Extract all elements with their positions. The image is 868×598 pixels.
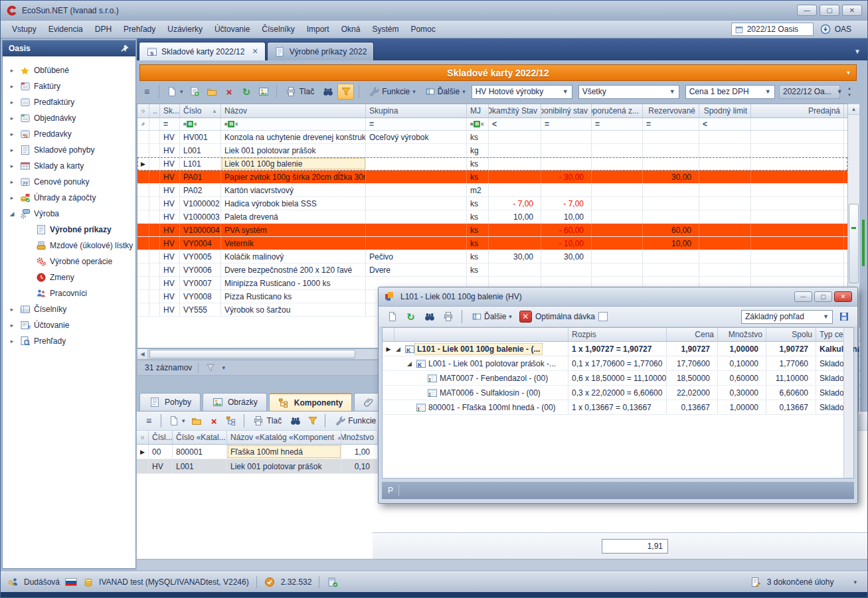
cell[interactable]: - 60,00 <box>541 224 592 236</box>
column-header[interactable]: MJ <box>467 104 489 117</box>
popup-scrollbar[interactable] <box>843 328 853 478</box>
tree-expander-icon[interactable]: ▸ <box>8 83 16 90</box>
stock-card-row[interactable]: HVVY0006Dvere bezpečnostné 200 x 120 ľav… <box>137 263 847 277</box>
document-tab[interactable]: SSkladové karty 2022/12✕ <box>139 42 266 60</box>
filter-cell[interactable]: = <box>366 118 467 130</box>
view-combo[interactable]: Základný pohľad▼ <box>741 310 833 324</box>
rozpis-cell[interactable]: 1 x 1,90727 = 1,90727 <box>568 342 667 356</box>
typ-cell[interactable]: Kalkulačná <box>816 342 860 356</box>
cell[interactable]: Pečivo <box>366 250 467 263</box>
sidebar-item[interactable]: ▸Faktúry <box>3 78 135 94</box>
calculation-row[interactable]: ◢KL001 - Liek 001 polotovar prášok -...0… <box>383 356 853 371</box>
spolu-cell[interactable]: 6,60600 <box>766 386 816 400</box>
cell[interactable] <box>366 144 467 157</box>
detail-tab-komponenty[interactable]: Komponenty <box>269 393 352 411</box>
column-header[interactable]: Názov <box>221 104 366 117</box>
period-input[interactable]: 2022/12 Oasis <box>731 23 814 36</box>
image-button[interactable] <box>256 84 272 100</box>
cell[interactable] <box>489 184 541 196</box>
cena-cell[interactable]: 17,70600 <box>667 356 718 370</box>
column-header[interactable]: Spolu <box>766 328 816 341</box>
cell[interactable] <box>541 184 592 196</box>
cell[interactable]: HV <box>160 290 180 303</box>
cell[interactable]: kg <box>467 144 489 157</box>
cell[interactable] <box>541 263 592 276</box>
tree-cell[interactable]: MAT0007 - Fenbendazol - (00) <box>394 371 568 385</box>
column-header[interactable]: Cena <box>667 328 718 341</box>
cell[interactable] <box>592 144 643 157</box>
popup-cancel-button[interactable]: ✕ <box>519 311 532 323</box>
cell[interactable]: VY555 <box>180 303 221 316</box>
cell[interactable]: L101 <box>180 157 221 170</box>
cell[interactable]: - 7,00 <box>541 197 592 210</box>
cell[interactable]: VY0008 <box>180 290 221 303</box>
cell[interactable] <box>699 131 751 143</box>
popup-minimize-button[interactable]: — <box>794 291 812 302</box>
cell[interactable]: Výrobok so šaržou <box>221 303 366 316</box>
cell[interactable]: 30,00 <box>541 250 592 263</box>
cell[interactable]: VY0006 <box>180 263 221 276</box>
cell[interactable]: Kartón viacvrstvový <box>221 184 366 196</box>
sidebar-item[interactable]: ▸Objednávky <box>3 110 135 126</box>
sidebar-item[interactable]: Zmeny <box>3 269 135 285</box>
stock-card-row[interactable]: HVVY0005Koláčik malinovýPečivoks30,0030,… <box>137 250 847 263</box>
cell[interactable]: ks <box>467 237 489 250</box>
cell[interactable]: m2 <box>467 184 489 196</box>
cell[interactable] <box>366 210 467 223</box>
column-header[interactable]: Skupina <box>366 104 467 117</box>
menu-item-evidencia[interactable]: Evidencia <box>43 22 89 37</box>
detail-tab-obrázky[interactable]: Obrázky <box>203 393 267 411</box>
component-row[interactable]: HVL001Liek 001 polotovar prášok0,10 <box>137 459 379 474</box>
cell[interactable]: ks <box>467 210 489 223</box>
hscrollbar-thumb[interactable] <box>149 350 355 358</box>
cell[interactable]: Liek 001 polotovar prášok <box>227 459 341 473</box>
layout-split-icon[interactable]: ▲▼ <box>842 84 857 100</box>
filter-cell[interactable]: < <box>699 118 751 130</box>
tree-expander-icon[interactable]: ▸ <box>8 67 16 74</box>
cell[interactable]: HV <box>160 184 180 196</box>
column-header[interactable]: Množstvo <box>341 431 378 444</box>
menu-item-systém[interactable]: Systém <box>366 22 404 37</box>
cell[interactable]: Veterník <box>221 237 366 250</box>
calculation-row[interactable]: ▶◢KL101 - Liek 001 100g balenie - (...1 … <box>383 342 853 356</box>
components-delete-button[interactable]: × <box>207 413 222 429</box>
filter-cell[interactable]: aBc <box>180 118 221 130</box>
cell[interactable]: V1000002 <box>180 197 221 210</box>
cell[interactable] <box>366 197 467 210</box>
column-header[interactable]: Číslo «Katal... <box>173 431 227 444</box>
cell[interactable] <box>751 250 844 263</box>
cell[interactable]: PVA systém <box>221 224 366 236</box>
cell[interactable] <box>699 237 751 250</box>
tree-expander-icon[interactable]: ▸ <box>8 147 16 153</box>
delete-record-button[interactable]: × <box>222 84 237 100</box>
cell[interactable]: PA01 <box>180 171 221 183</box>
cell[interactable] <box>541 144 592 157</box>
column-header[interactable]: Typ ceny <box>816 328 860 341</box>
cell[interactable]: ks <box>467 224 489 236</box>
components-new-button[interactable]: ▾ <box>166 413 187 429</box>
tasks-dropdown-icon[interactable]: ▾ <box>853 579 857 585</box>
filter-cell[interactable]: < <box>489 118 541 130</box>
cell[interactable] <box>699 250 751 263</box>
filter-cell[interactable]: = <box>643 118 699 130</box>
tree-expander-icon[interactable]: ▸ <box>8 338 16 344</box>
pin-icon[interactable] <box>120 44 130 53</box>
calculation-row[interactable]: 800001 - Fľaška 100ml hnedá - (00)1 x 0,… <box>383 400 853 415</box>
cell[interactable] <box>366 184 467 196</box>
stock-card-row[interactable]: HVPA02Kartón viacvrstvovým2 <box>137 184 847 197</box>
cena-cell[interactable]: 1,90727 <box>667 342 718 356</box>
cell[interactable]: 10,00 <box>489 210 541 223</box>
rozpis-cell[interactable]: 0,1 x 17,70600 = 1,77060 <box>568 356 667 370</box>
cell[interactable] <box>592 157 643 170</box>
filter-cell[interactable]: = <box>160 118 180 130</box>
cell[interactable]: Konzola na uchytenie drevenej konštrukci… <box>221 131 366 143</box>
cell[interactable]: HV <box>160 237 180 250</box>
filter-button[interactable] <box>337 84 354 100</box>
menu-item-prehľady[interactable]: Prehľady <box>118 22 161 37</box>
tree-expander-icon[interactable]: ▸ <box>8 99 16 106</box>
cell[interactable]: L001 <box>173 459 227 473</box>
open-record-button[interactable] <box>205 84 220 100</box>
popup-close-button[interactable]: ✕ <box>834 291 852 302</box>
cell[interactable] <box>699 210 751 223</box>
banner-chevron-icon[interactable]: ▼ <box>845 70 851 76</box>
